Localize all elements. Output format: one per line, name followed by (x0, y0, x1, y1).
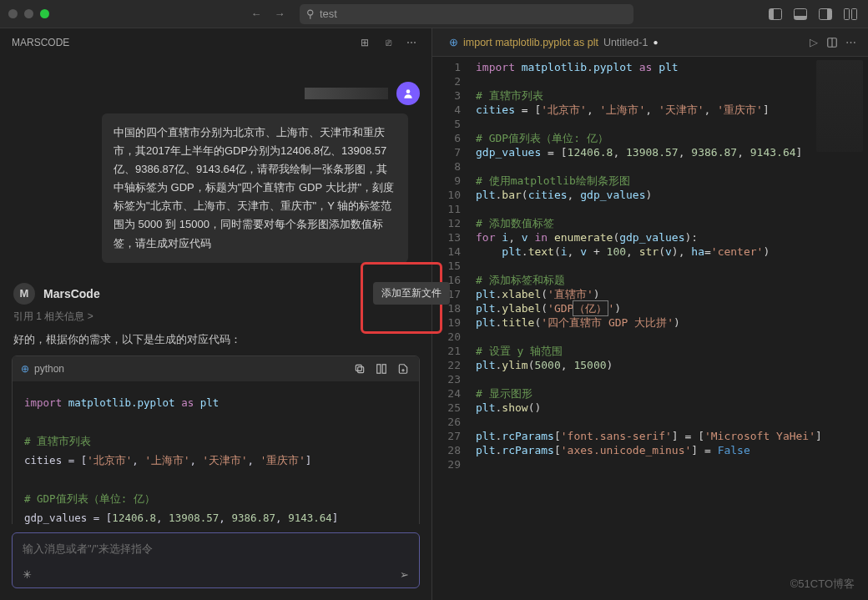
split-editor-icon[interactable] (823, 33, 841, 52)
svg-point-8 (406, 89, 411, 93)
code-line[interactable]: plt.ylim(5000, 15000) (476, 358, 822, 372)
code-line[interactable]: plt.show() (476, 401, 822, 415)
new-chat-icon[interactable]: ⊞ (356, 37, 373, 48)
svg-rect-1 (770, 9, 774, 19)
code-content: import matplotlib.pyplot as plt # 直辖市列表 … (13, 381, 419, 524)
code-editor[interactable]: 1234567891011121314151617181920212223242… (432, 57, 868, 600)
code-line[interactable]: # 使用matplotlib绘制条形图 (476, 174, 822, 188)
code-line[interactable]: for i, v in enumerate(gdp_values): (476, 230, 822, 245)
add-to-new-file-icon[interactable] (396, 361, 411, 376)
svg-rect-11 (377, 364, 381, 373)
code-line[interactable] (476, 74, 822, 88)
layout-icon-1[interactable] (766, 5, 785, 23)
code-lang-label: python (34, 363, 64, 375)
chat-input-placeholder: 输入消息或者"/"来选择指令 (23, 542, 409, 557)
layout-icon-3[interactable] (816, 5, 835, 23)
watermark: ©51CTO博客 (790, 577, 855, 592)
code-line[interactable]: cities = ['北京市', '上海市', '天津市', '重庆市'] (476, 103, 822, 117)
assistant-avatar: M (13, 283, 35, 305)
code-line[interactable] (476, 259, 822, 273)
svg-rect-9 (358, 366, 364, 372)
send-icon[interactable]: ➢ (400, 568, 409, 581)
chat-input[interactable]: 输入消息或者"/"来选择指令 ✳ ➢ (12, 532, 420, 588)
insert-code-icon[interactable] (374, 361, 389, 376)
svg-rect-12 (382, 364, 386, 373)
code-line[interactable]: # 设置 y 轴范围 (476, 344, 822, 358)
nav-forward-icon[interactable]: → (268, 4, 291, 24)
panel-title: MARSCODE (12, 37, 69, 48)
copy-code-icon[interactable] (352, 361, 367, 376)
assistant-name: MarsCode (43, 287, 100, 300)
zoom-dot[interactable] (40, 9, 49, 18)
python-file-icon: ⊕ (449, 36, 458, 48)
code-line[interactable] (476, 330, 822, 344)
nav-back-icon[interactable]: ← (245, 4, 268, 24)
code-line[interactable]: plt.ylabel('GDP（亿）') (476, 301, 822, 315)
editor-tab[interactable]: ⊕ import matplotlib.pyplot as plt Untitl… (441, 28, 666, 57)
tab-more-icon[interactable]: ⋯ (841, 33, 860, 52)
layout-icon-2[interactable] (791, 5, 810, 23)
user-avatar (396, 82, 420, 105)
user-message: 中国的四个直辖市分别为北京市、上海市、天津市和重庆市，其2017年上半年的GDP… (102, 113, 408, 263)
code-line[interactable]: plt.text(i, v + 100, str(v), ha='center'… (476, 245, 822, 259)
settings-icon[interactable]: ⎚ (380, 37, 396, 48)
svg-rect-5 (827, 9, 831, 19)
close-dot[interactable] (8, 9, 18, 18)
assistant-reply-text: 好的，根据你的需求，以下是生成的对应代码： (13, 332, 418, 347)
citation-link[interactable]: 引用 1 相关信息 > (13, 310, 420, 324)
code-line[interactable]: # 添加标签和标题 (476, 273, 822, 287)
svg-rect-6 (845, 8, 850, 19)
svg-rect-3 (795, 16, 806, 19)
code-line[interactable] (476, 117, 822, 131)
command-search[interactable]: ⚲ test (300, 4, 633, 24)
tab-filename: Untitled-1 (603, 37, 648, 48)
minimap[interactable] (816, 60, 863, 152)
min-dot[interactable] (24, 9, 33, 18)
code-line[interactable] (476, 202, 822, 216)
code-line[interactable] (476, 415, 822, 429)
code-line[interactable] (476, 457, 822, 471)
run-icon[interactable]: ▷ (805, 33, 823, 52)
loading-icon: ✳ (23, 568, 32, 581)
search-text: test (320, 8, 337, 20)
more-icon[interactable]: ⋯ (403, 37, 420, 48)
code-line[interactable]: plt.title('四个直辖市 GDP 大比拼') (476, 315, 822, 330)
line-gutter: 1234567891011121314151617181920212223242… (432, 57, 471, 600)
titlebar: ← → ⚲ test (0, 0, 868, 28)
svg-rect-7 (852, 8, 857, 19)
chat-panel: MARSCODE ⊞ ⎚ ⋯ 中国的四个直辖市分别为北京市、上海市、天津市和重庆… (0, 28, 432, 600)
window-controls (8, 9, 49, 18)
editor-panel: ⊕ import matplotlib.pyplot as plt Untitl… (432, 28, 868, 600)
code-block: ⊕ python import matplotlib.p (12, 355, 420, 524)
code-line[interactable]: # 显示图形 (476, 386, 822, 401)
layout-icon-4[interactable] (841, 5, 860, 23)
code-line[interactable]: plt.xlabel('直辖市') (476, 287, 822, 301)
tab-dirty-dot: ● (653, 38, 658, 47)
code-line[interactable]: # 添加数值标签 (476, 216, 822, 230)
svg-rect-10 (356, 365, 361, 371)
code-line[interactable]: # 直辖市列表 (476, 88, 822, 103)
code-line[interactable] (476, 372, 822, 386)
search-icon: ⚲ (306, 8, 315, 20)
code-line[interactable]: gdp_values = [12406.8, 13908.57, 9386.87… (476, 145, 822, 159)
code-line[interactable]: plt.rcParams['axes.unicode_minus'] = Fal… (476, 443, 822, 457)
user-name-redacted (305, 88, 388, 99)
code-line[interactable]: import matplotlib.pyplot as plt (476, 60, 822, 74)
tab-preview-text: import matplotlib.pyplot as plt (463, 37, 598, 48)
code-area[interactable]: import matplotlib.pyplot as plt # 直辖市列表c… (471, 57, 822, 600)
code-line[interactable]: plt.bar(cities, gdp_values) (476, 188, 822, 202)
code-line[interactable] (476, 159, 822, 174)
code-line[interactable]: # GDP值列表（单位: 亿） (476, 131, 822, 145)
tooltip-add-to-new-file: 添加至新文件 (373, 282, 450, 305)
code-line[interactable]: plt.rcParams['font.sans-serif'] = ['Micr… (476, 429, 822, 443)
